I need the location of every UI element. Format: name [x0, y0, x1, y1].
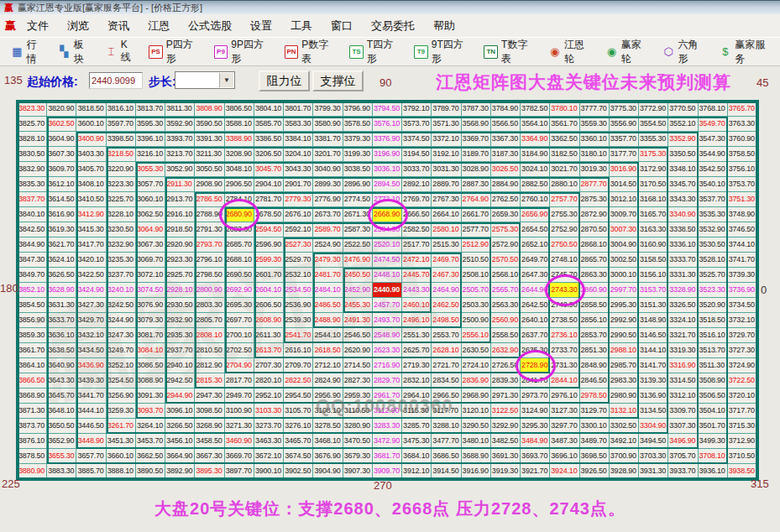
grid-cell: 3508.90 — [699, 373, 728, 389]
grid-cell: 3561.70 — [550, 117, 579, 132]
grid-cell: 3751.30 — [728, 192, 757, 207]
grid-cell: 3549.70 — [699, 117, 728, 132]
grid-cell: 3468.10 — [313, 434, 343, 449]
grid-cell: 3434.50 — [76, 343, 106, 358]
grid-cell: 2810.50 — [195, 343, 224, 358]
grid-cell: 2911.30 — [165, 177, 195, 192]
grid-cell: 2524.90 — [313, 237, 343, 253]
grid-cell: 3717.70 — [728, 404, 757, 419]
grid-cell: 2738.50 — [550, 313, 579, 328]
grid-cell: 3446.50 — [76, 419, 106, 434]
resistance-button[interactable]: 阻力位 — [259, 70, 310, 91]
grid-cell: 3024.10 — [521, 162, 550, 177]
banner-title: 江恩矩阵图大盘关键位未来预判测算 — [436, 70, 731, 94]
grid-cell: 3933.70 — [668, 464, 698, 479]
grid-cell: 2510.50 — [462, 253, 491, 268]
grid-cell: 2846.50 — [580, 373, 610, 389]
toolbar-item-9t-square[interactable]: T99T四方形 — [408, 41, 478, 63]
grid-cell: 3525.70 — [699, 268, 728, 283]
grid-cell: 3256.90 — [107, 389, 136, 404]
grid-cell: 3777.70 — [580, 102, 610, 117]
grid-cell: 3441.70 — [76, 389, 106, 404]
grid-cell: 3163.30 — [639, 222, 668, 237]
grid-cell: 2702.50 — [225, 343, 254, 358]
step-color-swatch — [178, 75, 213, 86]
grid-cell: 3045.70 — [254, 162, 284, 177]
grid-cell: 3362.50 — [550, 132, 579, 147]
grid-cell: 2553.70 — [432, 328, 461, 343]
menu-item-help[interactable]: 帮助 — [424, 17, 464, 34]
toolbar-item-kline[interactable]: ⌶K线 — [99, 41, 143, 63]
step-dropdown[interactable]: ▼ — [175, 71, 235, 89]
toolbar-item-winner-wheel[interactable]: ◉赢家轮 — [599, 41, 657, 63]
grid-cell: 2774.50 — [343, 192, 373, 207]
toolbar-item-9p-square[interactable]: P99P四方形 — [208, 41, 279, 63]
grid-cell: 3036.10 — [373, 162, 402, 177]
menu-item-file[interactable]: 文件 — [18, 17, 58, 34]
grid-cell: 3736.90 — [728, 283, 757, 298]
grid-cell: 3124.90 — [521, 404, 550, 419]
support-button[interactable]: 支撑位 — [312, 70, 364, 91]
grid-cell: 3892.90 — [165, 464, 195, 479]
grid-cell: 3739.30 — [728, 268, 757, 283]
grid-cell: 3463.30 — [254, 434, 284, 449]
grid-cell: 3400.90 — [76, 132, 106, 147]
grid-cell: 3388.90 — [225, 132, 254, 147]
grid-cell: 3348.10 — [668, 162, 698, 177]
grid-cell: 3585.70 — [254, 117, 284, 132]
grid-cell: 2944.90 — [165, 389, 195, 404]
grid-cell: 3240.10 — [107, 283, 136, 298]
grid-cell: 2817.70 — [225, 373, 254, 389]
grid-cell: 3878.50 — [18, 449, 47, 464]
start-price-input[interactable] — [89, 72, 143, 89]
grid-cell: 3724.90 — [728, 358, 757, 373]
grid-cell: 2971.30 — [491, 389, 521, 404]
toolbar-item-quotes[interactable]: ▦行情 — [5, 41, 52, 63]
grid-cell: 2956.90 — [313, 389, 343, 404]
grid-cell: 2685.70 — [225, 237, 254, 253]
toolbar-item-label: 六角形 — [678, 38, 707, 66]
toolbar-item-sectors[interactable]: ▚板块 — [52, 41, 99, 63]
menu-item-gann[interactable]: 江恩 — [139, 17, 179, 34]
grid-cell: 3384.10 — [284, 132, 313, 147]
grid-cell: 2836.90 — [462, 373, 491, 389]
menu-item-info[interactable]: 资讯 — [98, 17, 139, 34]
grid-cell: 3417.70 — [76, 237, 106, 253]
toolbar-item-gann-wheel[interactable]: ◉江恩轮 — [542, 41, 599, 63]
toolbar-item-hexagon[interactable]: ⬡六角形 — [657, 41, 714, 63]
grid-cell: 2472.10 — [402, 253, 432, 268]
toolbar-item-p-number-table[interactable]: PNP数字表 — [279, 41, 344, 63]
grid-cell: 3924.10 — [550, 464, 579, 479]
grid-cell: 2450.50 — [343, 268, 373, 283]
menu-item-formula-stock-pick[interactable]: 公式选股 — [179, 17, 241, 34]
menu-item-browse[interactable]: 浏览 — [58, 17, 98, 34]
grid-cell: 3866.50 — [18, 373, 47, 389]
grid-cell: 2940.10 — [165, 358, 195, 373]
toolbar-item-p-square[interactable]: PSP四方形 — [143, 41, 208, 63]
grid-cell: 2479.30 — [313, 253, 343, 268]
toolbar-item-winner-service[interactable]: $赢家服务 — [714, 41, 780, 63]
grid-cell: 2652.10 — [521, 237, 550, 253]
menu-item-trade-entrust[interactable]: 交易委托 — [362, 17, 424, 34]
grid-cell: 3004.90 — [610, 237, 639, 253]
grid-cell: 3758.50 — [728, 147, 757, 162]
menu-item-settings[interactable]: 设置 — [241, 17, 281, 34]
grid-cell: 2606.50 — [254, 298, 284, 313]
menu-item-window[interactable]: 窗口 — [322, 17, 362, 34]
grid-cell: 3902.50 — [284, 464, 313, 479]
chevron-down-icon[interactable]: ▼ — [219, 73, 233, 87]
grid-cell: 3489.70 — [580, 434, 610, 449]
grid-cell: 2892.10 — [402, 177, 432, 192]
grid-cell: 2853.70 — [580, 328, 610, 343]
grid-cell: 3184.90 — [521, 147, 550, 162]
grid-cell: 2532.10 — [284, 268, 313, 283]
grid-cell: 3864.10 — [18, 358, 47, 373]
grid-cell: 2870.50 — [580, 222, 610, 237]
toolbar-item-t-square[interactable]: TST四方形 — [343, 41, 408, 63]
grid-cell: 3616.90 — [47, 207, 76, 222]
grid-cell: 3885.70 — [76, 464, 106, 479]
menu-item-tools[interactable]: 工具 — [281, 17, 322, 34]
grid-cell: 2551.30 — [402, 328, 432, 343]
toolbar-item-t-number-table[interactable]: TNT数字表 — [478, 41, 542, 63]
grid-cell: 3432.10 — [76, 328, 106, 343]
